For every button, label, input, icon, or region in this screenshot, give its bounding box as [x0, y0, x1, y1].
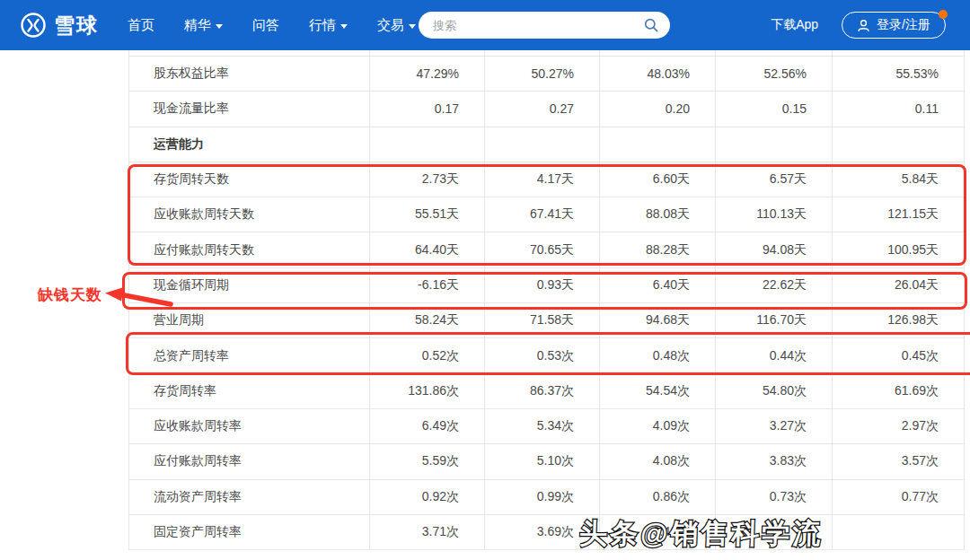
- watermark: 头条@销售科学流: [578, 515, 824, 553]
- row-label: 总资产周转率: [129, 338, 370, 373]
- row-value: 126.98天: [833, 303, 965, 338]
- row-value: 0.52次: [370, 338, 485, 373]
- row-value: 67.41天: [485, 197, 600, 232]
- row-label: 存货周转天数: [129, 162, 370, 197]
- row-value: 54.80次: [716, 374, 833, 409]
- search-icon[interactable]: [644, 18, 658, 32]
- clipped-row: [129, 50, 965, 57]
- login-register-button[interactable]: 登录/注册: [842, 12, 946, 39]
- row-value: 0.73次: [716, 480, 833, 515]
- nav-item-home[interactable]: 首页: [128, 17, 154, 34]
- row-value: 3.71次: [370, 515, 485, 550]
- row-value: 5.10次: [485, 444, 600, 479]
- row-value: 3.83次: [716, 444, 833, 479]
- row-value: 6.40天: [600, 268, 716, 303]
- search-input[interactable]: [433, 19, 644, 32]
- row-label: 现金流量比率: [129, 92, 370, 127]
- table-row: 股东权益比率47.29%50.27%48.03%52.56%55.53%: [129, 57, 965, 92]
- row-value: 4.17天: [485, 162, 600, 197]
- table-row: 存货周转天数2.73天4.17天6.60天6.57天5.84天: [129, 162, 965, 197]
- row-label: 固定资产周转率: [129, 515, 370, 550]
- row-value: [485, 127, 600, 162]
- row-value: 4.08次: [600, 444, 716, 479]
- row-value: 6.57天: [716, 162, 833, 197]
- header-right-group: 下载App 登录/注册: [771, 0, 946, 50]
- chevron-down-icon: [340, 24, 348, 29]
- table-row: 存货周转率131.86次86.37次54.54次54.80次61.69次: [129, 374, 965, 409]
- row-value: 6.49次: [370, 409, 485, 444]
- row-value: 47.29%: [370, 57, 485, 92]
- row-value: 61.69次: [833, 374, 965, 409]
- financial-table-body: 股东权益比率47.29%50.27%48.03%52.56%55.53%现金流量…: [129, 57, 965, 550]
- table-row: 流动资产周转率0.92次0.99次0.86次0.73次0.77次: [129, 480, 965, 515]
- row-value: 2.73天: [370, 162, 485, 197]
- nav-item-highlights[interactable]: 精华: [184, 17, 223, 34]
- row-value: 0.15: [716, 92, 833, 127]
- chevron-down-icon: [216, 24, 223, 29]
- row-label: 应收账款周转率: [129, 409, 370, 444]
- row-value: 48.03%: [600, 57, 716, 92]
- row-value: 6.60天: [600, 162, 716, 197]
- row-value: 71.58天: [485, 303, 600, 338]
- row-value: 5.34次: [485, 409, 600, 444]
- row-value: 55.53%: [833, 57, 965, 92]
- row-value: [716, 127, 833, 162]
- row-value: 58.24天: [370, 303, 485, 338]
- table-row: 运营能力: [129, 127, 965, 162]
- row-label: 应付账款周转天数: [129, 232, 370, 267]
- table-row: 总资产周转率0.52次0.53次0.48次0.44次0.45次: [129, 338, 965, 373]
- row-value: 0.20: [600, 92, 716, 127]
- download-app-link[interactable]: 下载App: [771, 17, 818, 33]
- table-row: 营业周期58.24天71.58天94.68天116.70天126.98天: [129, 303, 965, 338]
- row-value: 86.37次: [485, 374, 600, 409]
- row-value: 5.84天: [833, 162, 965, 197]
- login-register-label: 登录/注册: [877, 17, 930, 33]
- xueqiu-logo-icon: [20, 12, 47, 39]
- xueqiu-logo[interactable]: 雪球: [20, 12, 99, 39]
- table-row: 应付账款周转天数64.40天70.65天88.28天94.08天100.95天: [129, 232, 965, 267]
- row-value: 0.48次: [600, 338, 716, 373]
- row-value: 116.70天: [716, 303, 833, 338]
- table-row: 现金循环周期-6.16天0.93天6.40天22.62天26.04天: [129, 268, 965, 303]
- brand-name: 雪球: [54, 12, 99, 39]
- callout-label: 缺钱天数: [38, 284, 102, 305]
- row-value: 2.97次: [833, 409, 965, 444]
- row-value: 3.57次: [833, 444, 965, 479]
- row-value: 70.65天: [485, 232, 600, 267]
- row-value: 64.40天: [370, 232, 485, 267]
- row-value: 54.54次: [600, 374, 716, 409]
- nav-item-qa[interactable]: 问答: [252, 17, 279, 34]
- left-arrow-icon: [104, 285, 174, 311]
- row-value: [833, 127, 965, 162]
- row-value: 52.56%: [716, 57, 833, 92]
- row-label: 流动资产周转率: [129, 480, 370, 515]
- notification-dot: [939, 10, 948, 19]
- row-value: 0.45次: [833, 338, 965, 373]
- row-value: [833, 515, 965, 550]
- nav-item-quotes[interactable]: 行情: [309, 17, 348, 34]
- table-row: 固定资产周转率3.71次3.69次3.46次: [129, 515, 965, 550]
- row-value: 0.99次: [485, 480, 600, 515]
- row-value: [370, 127, 485, 162]
- row-label: 应付账款周转率: [129, 444, 370, 479]
- row-value: -6.16天: [370, 268, 485, 303]
- table-row: 应收账款周转天数55.51天67.41天88.08天110.13天121.15天: [129, 197, 965, 232]
- row-value: 121.15天: [833, 197, 965, 232]
- row-value: 26.04天: [833, 268, 965, 303]
- row-value: 0.27: [485, 92, 600, 127]
- row-value: 4.09次: [600, 409, 716, 444]
- page: 雪球 首页 精华 问答 行情 交易 下载App 登录/注册: [0, 0, 970, 560]
- row-value: [600, 127, 716, 162]
- chevron-down-icon: [409, 24, 416, 29]
- row-value: 100.95天: [833, 232, 965, 267]
- row-value: 0.44次: [716, 338, 833, 373]
- row-value: 0.92次: [370, 480, 485, 515]
- main-nav: 首页 精华 问答 行情 交易: [128, 17, 416, 34]
- row-value: 131.86次: [370, 374, 485, 409]
- row-label: 运营能力: [129, 127, 370, 162]
- row-value: 0.77次: [833, 480, 965, 515]
- row-label: 存货周转率: [129, 374, 370, 409]
- nav-item-trade[interactable]: 交易: [377, 17, 416, 34]
- row-value: 88.08天: [600, 197, 716, 232]
- person-icon: [857, 19, 870, 32]
